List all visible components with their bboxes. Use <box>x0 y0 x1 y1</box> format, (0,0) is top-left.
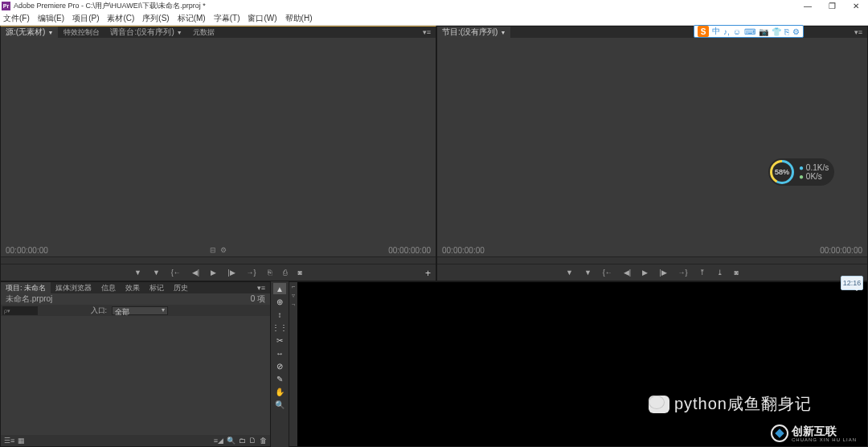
menu-edit[interactable]: 编辑(E) <box>38 13 64 24</box>
step-back-icon[interactable]: ◀| <box>624 269 631 277</box>
source-monitor[interactable] <box>1 38 436 244</box>
step-fwd-icon[interactable]: |▶ <box>227 269 235 277</box>
tab-info[interactable]: 信息 <box>96 282 121 293</box>
export-frame-icon[interactable]: ◙ <box>735 269 739 277</box>
new-bin-icon[interactable]: 🗀 <box>239 437 246 445</box>
ime-toolbox-icon[interactable]: ⎘ <box>784 27 789 36</box>
entry-label: 入口: <box>91 306 108 316</box>
logo-subtext: CHUANG XIN HU LIAN <box>792 437 857 442</box>
slip-tool-icon[interactable]: ↔ <box>273 347 286 359</box>
ime-keyboard-icon[interactable]: ⌨ <box>744 27 755 36</box>
menu-help[interactable]: 帮助(H) <box>285 13 313 24</box>
selection-tool-icon[interactable]: ▲ <box>273 283 286 294</box>
perf-download: 0K/s <box>799 172 829 181</box>
panel-menu-icon[interactable]: ▾≡ <box>252 282 270 293</box>
panel-menu-icon[interactable]: ▾≡ <box>850 27 867 38</box>
menu-sequence[interactable]: 序列(S) <box>142 13 169 24</box>
tab-markers[interactable]: 标记 <box>145 282 169 293</box>
extract-icon[interactable]: ⤓ <box>717 269 723 277</box>
project-panel: 项目: 未命名 媒体浏览器 信息 效果 标记 历史 ▾≡ 未命名.prproj … <box>0 281 271 447</box>
sogou-icon[interactable]: S <box>698 26 709 37</box>
ime-toolbar[interactable]: S 中 ♪, ☺ ⌨ 📷 👕 ⎘ ⚙ <box>694 25 804 38</box>
delete-icon[interactable]: 🗑 <box>260 437 267 445</box>
tab-effect-controls[interactable]: 特效控制台 <box>59 27 104 38</box>
ime-emoji-icon[interactable]: ☺ <box>733 27 741 36</box>
maximize-button[interactable]: ❐ <box>820 0 844 12</box>
timeline-panel[interactable]: ⌐ ▿ ¬ <box>289 281 868 447</box>
auto-match-icon[interactable]: ≡◢ <box>214 437 223 445</box>
panel-menu-icon[interactable]: ▾≡ <box>418 27 436 38</box>
zoom-tool-icon[interactable]: 🔍 <box>273 399 286 410</box>
menu-window[interactable]: 窗口(W) <box>248 13 276 24</box>
pen-tool-icon[interactable]: ✎ <box>273 373 286 384</box>
ime-settings-icon[interactable]: ⚙ <box>792 27 800 36</box>
find-icon[interactable]: 🔍 <box>227 437 235 445</box>
new-item-icon[interactable]: 🗋 <box>249 437 256 445</box>
rolling-tool-icon[interactable]: ⋮⋮ <box>273 322 286 333</box>
minimize-button[interactable]: — <box>796 0 820 12</box>
export-frame-icon[interactable]: ◙ <box>298 269 302 277</box>
step-back-icon[interactable]: ◀| <box>192 269 199 277</box>
menu-marker[interactable]: 标记(M) <box>178 13 206 24</box>
project-item-count: 0 项 <box>251 293 265 305</box>
ripple-tool-icon[interactable]: ↕ <box>273 309 286 320</box>
tab-project[interactable]: 项目: 未命名 <box>1 282 51 293</box>
marker-icon[interactable]: ▿ <box>289 291 297 300</box>
fit-icon[interactable]: ⊟ <box>209 246 217 254</box>
mark-out-icon[interactable]: ▼ <box>584 269 592 277</box>
ime-skin-icon[interactable]: 👕 <box>772 27 781 36</box>
slide-tool-icon[interactable]: ⊘ <box>273 360 286 371</box>
step-fwd-icon[interactable]: |▶ <box>659 269 666 277</box>
program-panel: 节目:(没有序列)▼ ▾≡ 00:00:00:00 00:00:00:00 ▼ … <box>436 26 868 281</box>
play-icon[interactable]: ▶ <box>211 269 216 277</box>
add-button-icon[interactable]: + <box>425 268 431 279</box>
insert-icon[interactable]: ⎘ <box>268 269 272 277</box>
goto-in-icon[interactable]: {← <box>171 269 181 277</box>
perf-percent: 58% <box>772 162 792 182</box>
tab-media-browser[interactable]: 媒体浏览器 <box>51 282 96 293</box>
performance-widget[interactable]: 58% 0.1K/s 0K/s <box>768 158 834 186</box>
list-view-icon[interactable]: ☰≡ <box>4 437 14 445</box>
play-icon[interactable]: ▶ <box>642 269 648 277</box>
tab-effects[interactable]: 效果 <box>121 282 145 293</box>
goto-out-icon[interactable]: →} <box>247 269 256 277</box>
settings-icon[interactable]: ⚙ <box>219 246 227 254</box>
ime-mic-icon[interactable]: 📷 <box>759 27 768 36</box>
menu-clip[interactable]: 素材(C) <box>107 13 134 24</box>
ime-lang[interactable]: 中 <box>712 26 720 37</box>
lift-icon[interactable]: ⤒ <box>699 269 706 277</box>
link-icon[interactable]: ¬ <box>289 300 297 309</box>
hand-tool-icon[interactable]: ✋ <box>273 386 286 397</box>
menu-project[interactable]: 项目(P) <box>72 13 99 24</box>
source-panel: 源:(无素材)▼ 特效控制台 调音台:(没有序列)▼ 元数据 ▾≡ 00:00:… <box>0 26 436 281</box>
tab-program[interactable]: 节目:(没有序列)▼ <box>437 27 510 38</box>
project-bin[interactable] <box>1 316 270 435</box>
goto-in-icon[interactable]: {← <box>603 269 612 277</box>
program-transport: ▼ ▼ {← ◀| ▶ |▶ →} ⤒ ⤓ ◙ <box>437 265 867 281</box>
program-scrubber[interactable] <box>437 256 867 265</box>
overwrite-icon[interactable]: ⎙ <box>283 269 287 277</box>
mark-in-icon[interactable]: ▼ <box>566 269 573 277</box>
goto-out-icon[interactable]: →} <box>678 269 688 277</box>
tab-metadata[interactable]: 元数据 <box>188 27 219 38</box>
tab-audio-mixer[interactable]: 调音台:(没有序列)▼ <box>105 27 186 38</box>
razor-tool-icon[interactable]: ✂ <box>273 334 286 346</box>
track-select-tool-icon[interactable]: ⊕ <box>273 296 286 307</box>
tab-source[interactable]: 源:(无素材)▼ <box>1 27 58 38</box>
program-monitor[interactable] <box>437 38 867 244</box>
menu-file[interactable]: 文件(F) <box>3 13 30 24</box>
tab-history[interactable]: 历史 <box>169 282 193 293</box>
project-footer: ☰≡ ▦ ≡◢ 🔍 🗀 🗋 🗑 <box>1 435 270 446</box>
mark-out-icon[interactable]: ▼ <box>153 269 160 277</box>
project-search-input[interactable] <box>2 306 38 315</box>
source-scrubber[interactable] <box>1 256 436 265</box>
timeline-gutter: ⌐ ▿ ¬ <box>289 282 297 446</box>
snap-icon[interactable]: ⌐ <box>289 282 297 291</box>
clock-widget[interactable]: 12:16 <box>841 276 863 290</box>
close-button[interactable]: ✕ <box>844 0 868 12</box>
icon-view-icon[interactable]: ▦ <box>18 437 25 445</box>
ime-punct[interactable]: ♪, <box>723 27 730 36</box>
entry-select[interactable]: 全部 <box>112 306 168 315</box>
mark-in-icon[interactable]: ▼ <box>134 269 141 277</box>
menu-title[interactable]: 字幕(T) <box>214 13 240 24</box>
